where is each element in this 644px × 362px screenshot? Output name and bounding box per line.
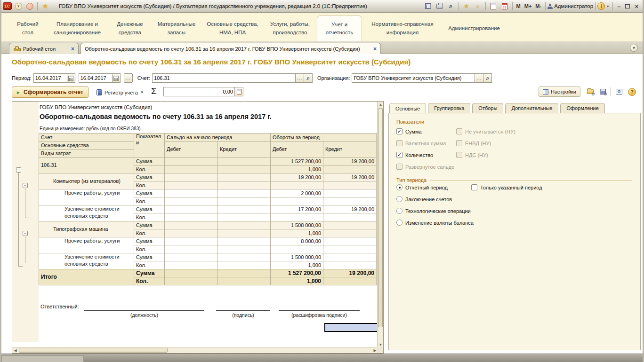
section-tab[interactable]: Денежные средства [109, 16, 151, 41]
radio-circle[interactable] [396, 208, 402, 214]
value-cell[interactable]: 1,000 [271, 165, 323, 173]
report-variant-button[interactable]: ⚙ [614, 87, 624, 96]
value-cell[interactable] [218, 253, 271, 261]
indicator-checkbox[interactable]: ✓Сумма [396, 128, 422, 134]
table-row[interactable]: Типографская машинаСумма1 508 000,00 [39, 221, 377, 229]
value-cell[interactable] [165, 197, 218, 205]
org-choose-button[interactable]: ... [475, 73, 483, 83]
table-row[interactable]: Увеличение стоимости основных средствСум… [39, 253, 377, 261]
value-cell[interactable] [218, 237, 271, 245]
memory-m-button[interactable]: М [516, 3, 521, 9]
radio-circle[interactable] [396, 220, 402, 226]
collapse-button[interactable]: − [23, 183, 28, 188]
metric-label[interactable]: Кол. [134, 245, 165, 253]
value-cell[interactable]: 1,000 [271, 277, 323, 285]
header-debit-credit[interactable]: Дебет [271, 142, 323, 157]
period-type-radio[interactable]: Технологические операции [396, 208, 471, 214]
value-cell[interactable] [165, 261, 218, 269]
table-row[interactable]: 106.31Сумма1 527 200,0019 200,00 [39, 157, 377, 165]
value-cell[interactable] [271, 245, 323, 253]
value-cell[interactable]: 1 527 200,00 [271, 157, 323, 165]
table-row[interactable]: Прочие работы, услугиСумма2 000,00 [39, 189, 377, 197]
value-cell[interactable] [165, 181, 218, 189]
value-cell[interactable] [165, 237, 218, 245]
value-cell[interactable] [165, 253, 218, 261]
balance-table[interactable]: СчетПоказателиСальдо на начало периодаОб… [39, 133, 377, 285]
value-cell[interactable]: 1,000 [271, 229, 323, 237]
close-tab-icon[interactable]: × [71, 46, 74, 52]
value-cell[interactable] [165, 245, 218, 253]
value-cell[interactable] [218, 261, 271, 269]
value-cell[interactable] [323, 253, 377, 261]
value-cell[interactable] [218, 269, 271, 277]
radio-circle[interactable] [396, 184, 402, 190]
metric-label[interactable]: Кол. [134, 229, 165, 237]
org-input[interactable] [352, 73, 475, 83]
value-cell[interactable] [271, 213, 323, 221]
value-cell[interactable]: 17 200,00 [271, 205, 323, 213]
value-cell[interactable] [323, 277, 377, 285]
value-cell[interactable] [218, 277, 271, 285]
section-tab[interactable]: Услуги, работы, производство [264, 16, 316, 41]
table-row[interactable]: Увеличение стоимости основных средствСум… [39, 205, 377, 213]
value-cell[interactable]: 2 000,00 [271, 189, 323, 197]
value-cell[interactable] [323, 197, 377, 205]
settings-tab-4[interactable]: Дополнительные [505, 103, 558, 113]
value-cell[interactable] [323, 261, 377, 269]
register-menu-button[interactable]: Регистр учета ▼ [94, 87, 147, 97]
section-tab[interactable]: Рабочий стол [10, 16, 46, 41]
value-cell[interactable] [165, 173, 218, 181]
document-tab[interactable]: Рабочий стол× [9, 43, 79, 54]
header-turnover-group[interactable]: Обороты за период [271, 134, 377, 142]
row-label[interactable]: Итого [39, 269, 134, 285]
value-cell[interactable] [165, 165, 218, 173]
metric-label[interactable]: Кол. [134, 213, 165, 221]
section-tab[interactable]: Планирование и санкционирование [47, 16, 108, 41]
section-tab[interactable]: Администрирование [441, 16, 507, 41]
settings-tab-1[interactable]: Основные [389, 103, 426, 113]
period-choose-button[interactable]: ... [124, 73, 133, 83]
collapse-button[interactable]: − [16, 167, 21, 173]
metric-label[interactable]: Кол. [134, 277, 165, 285]
row-label[interactable]: Увеличение стоимости основных средств [39, 205, 134, 221]
value-cell[interactable]: 8 000,00 [271, 237, 323, 245]
service-button[interactable] [24, 1, 35, 11]
section-tab[interactable]: Основные средства, НМА, НПА [202, 16, 263, 41]
section-tab[interactable]: Учет и отчетность [317, 16, 362, 41]
metric-label[interactable]: Кол. [134, 181, 165, 189]
value-cell[interactable] [218, 213, 271, 221]
calculator-icon[interactable] [489, 2, 498, 10]
value-cell[interactable]: 1,000 [271, 261, 323, 269]
metric-label[interactable]: Кол. [134, 197, 165, 205]
value-cell[interactable] [218, 181, 271, 189]
value-cell[interactable] [218, 173, 271, 181]
value-cell[interactable] [218, 157, 271, 165]
vertical-scrollbar[interactable]: ▲ ▼ [377, 102, 383, 348]
account-input[interactable] [152, 73, 296, 83]
collapse-button[interactable]: − [23, 231, 28, 236]
show-favorites-icon[interactable]: ☆ [473, 2, 483, 10]
value-cell[interactable] [323, 221, 377, 229]
value-cell[interactable] [323, 229, 377, 237]
value-cell[interactable] [165, 229, 218, 237]
table-row[interactable]: Компьютер (из материалов)Сумма19 200,001… [39, 173, 377, 181]
section-tab[interactable]: Нормативно-справочная информация [365, 16, 440, 41]
value-cell[interactable] [165, 189, 218, 197]
settings-tab-2[interactable]: Группировка [428, 103, 470, 113]
metric-label[interactable]: Сумма [134, 189, 165, 197]
vertical-scroll-thumb[interactable] [378, 108, 383, 327]
value-cell[interactable] [218, 189, 271, 197]
checkbox-box[interactable]: ✓ [396, 128, 402, 134]
horizontal-scroll-thumb[interactable] [19, 348, 168, 353]
calendar-icon[interactable]: 31 [500, 2, 509, 10]
value-cell[interactable] [218, 205, 271, 213]
value-cell[interactable]: 19 200,00 [271, 173, 323, 181]
value-cell[interactable] [271, 181, 323, 189]
value-cell[interactable] [165, 277, 218, 285]
value-cell[interactable] [218, 221, 271, 229]
radio-circle[interactable] [396, 196, 402, 202]
checkbox-box[interactable]: ✓ [396, 152, 402, 158]
value-cell[interactable] [323, 165, 377, 173]
value-cell[interactable] [218, 229, 271, 237]
period-type-radio[interactable]: Заключение счетов [396, 196, 452, 202]
